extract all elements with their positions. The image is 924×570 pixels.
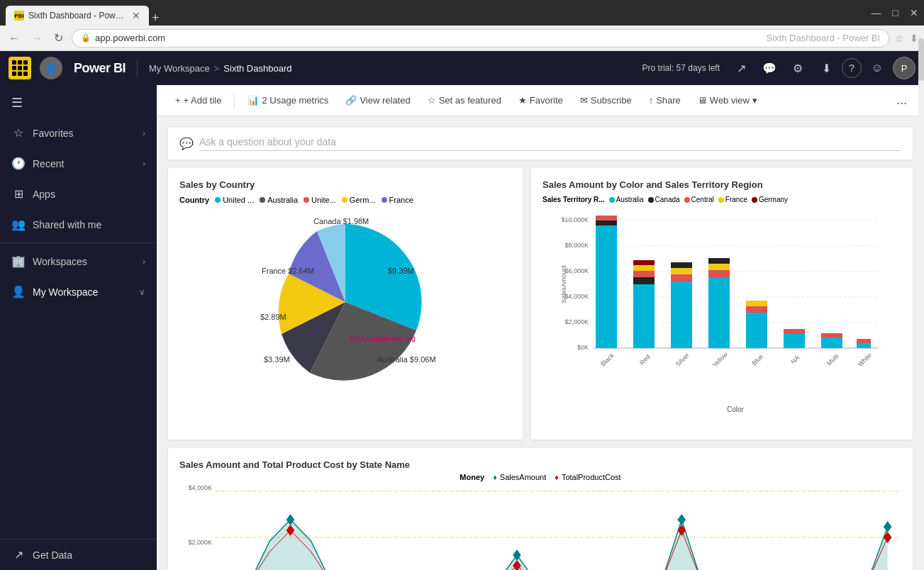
view-related-button[interactable]: 🔗 View related xyxy=(338,91,417,110)
pie-legend-item-france: France xyxy=(382,196,413,204)
download-icon[interactable]: ⬇ xyxy=(910,33,918,44)
add-tile-button[interactable]: + + Add tile xyxy=(168,91,228,110)
pie-legend-label-unite: Unite... xyxy=(311,196,336,204)
pie-legend-label-france: France xyxy=(389,196,413,204)
usage-metrics-button[interactable]: 📊 2 Usage metrics xyxy=(240,91,335,110)
address-bar-row: ← → ↻ 🔒 app.powerbi.com Sixth Dashboard … xyxy=(0,26,924,51)
tab-title: Sixth Dashboard - Power BI xyxy=(28,11,128,21)
qa-bar[interactable]: 💬 Ask a question about your data xyxy=(168,128,913,160)
bar-black-central xyxy=(596,216,617,220)
sidebar-item-workspaces[interactable]: 🏢 Workspaces › xyxy=(0,246,157,276)
subscribe-button[interactable]: ✉ Subscribe xyxy=(573,91,639,110)
sidebar-item-apps[interactable]: ⊞ Apps xyxy=(0,179,157,209)
scrollbar-track[interactable] xyxy=(918,85,924,570)
bar-yellow-australia xyxy=(708,277,730,348)
usage-metrics-label: 2 Usage metrics xyxy=(262,95,328,106)
sidebar-label-get-data: Get Data xyxy=(33,549,145,561)
bar-red-australia xyxy=(633,284,655,348)
browser-chrome: PBI Sixth Dashboard - Power BI ✕ + — □ ✕ xyxy=(0,0,924,26)
x-label-na: NA xyxy=(789,354,801,365)
header-user-avatar[interactable]: 👤 xyxy=(40,57,62,79)
header-icons: ↗ 💬 ⚙ ⬇ ? ☺ P xyxy=(728,55,915,81)
help-icon[interactable]: ? xyxy=(842,58,862,78)
share-icon: ↑ xyxy=(649,95,654,106)
expand-icon[interactable]: ↗ xyxy=(728,55,754,81)
tab-close-button[interactable]: ✕ xyxy=(132,10,140,21)
sidebar-hamburger-button[interactable]: ☰ xyxy=(0,88,157,118)
line-y-axis: $4,000K $2,000K xyxy=(179,484,215,570)
share-button[interactable]: ↑ Share xyxy=(642,91,688,110)
minimize-button[interactable]: — xyxy=(872,7,881,18)
bar-red-canada xyxy=(633,277,655,284)
bar-yellow-canada xyxy=(708,258,730,264)
sidebar-item-favorites[interactable]: ☆ Favorites › xyxy=(0,118,157,148)
bar-legend-dot-central xyxy=(684,197,690,203)
x-label-yellow: Yellow xyxy=(711,350,730,369)
pie-legend-country-label: Country xyxy=(179,196,209,204)
pie-legend-dot-france xyxy=(382,197,387,203)
url-domain: app.powerbi.com xyxy=(95,33,757,43)
sidebar-item-recent[interactable]: 🕐 Recent › xyxy=(0,148,157,179)
favorite-button[interactable]: ★ Favorite xyxy=(511,91,570,110)
active-tab[interactable]: PBI Sixth Dashboard - Power BI ✕ xyxy=(6,6,149,26)
y-tick-8000k: $8,000K xyxy=(564,242,589,249)
bar-white-australia xyxy=(857,343,871,348)
x-label-red: Red xyxy=(638,353,652,367)
line-legend-money-label: Money xyxy=(460,473,484,481)
maximize-button[interactable]: □ xyxy=(893,7,898,18)
line-legend-cost-icon: ♦ xyxy=(555,473,559,481)
forward-button[interactable]: → xyxy=(28,29,45,48)
reload-button[interactable]: ↻ xyxy=(51,28,66,48)
pie-watermark: @tutorialgateway.org xyxy=(349,335,416,342)
bar-chart-title: Sales Amount by Color and Sales Territor… xyxy=(542,179,901,190)
comment-icon[interactable]: 💬 xyxy=(757,55,782,81)
pie-label-us: $3.39M xyxy=(264,355,290,364)
new-tab-button[interactable]: + xyxy=(152,11,160,26)
bar-red-germany xyxy=(633,260,655,265)
pie-chart-card: Sales by Country Country United ... Aust… xyxy=(168,168,523,440)
web-view-label: Web view xyxy=(710,95,750,106)
bar-red-central xyxy=(633,271,655,277)
bar-legend-label-canada: Canada xyxy=(655,196,680,203)
bar-legend-dot-france xyxy=(718,197,724,203)
set-featured-button[interactable]: ☆ Set as featured xyxy=(421,91,508,110)
y-tick-0k: $0K xyxy=(577,344,589,351)
usage-metrics-icon: 📊 xyxy=(247,95,259,106)
close-button[interactable]: ✕ xyxy=(910,7,918,18)
line-legend-cost-label: TotalProductCost xyxy=(562,473,621,481)
line-chart-legend: Money ♦ SalesAmount ♦ TotalProductCost xyxy=(179,473,901,481)
apps-grid-icon[interactable] xyxy=(9,57,31,79)
bar-silver-australia xyxy=(671,281,692,348)
line-chart-svg-container: SalesAmount and T... xyxy=(215,484,901,570)
bookmark-icon[interactable]: ☆ xyxy=(895,33,904,44)
sales-amount-area xyxy=(249,520,887,570)
main-layout: ☰ ☆ Favorites › 🕐 Recent › ⊞ Apps 👥 Shar… xyxy=(0,85,924,570)
apps-icon: ⊞ xyxy=(11,187,26,201)
address-bar[interactable]: 🔒 app.powerbi.com Sixth Dashboard - Powe… xyxy=(72,29,889,48)
y-tick-4000k: $4,000K xyxy=(182,484,212,491)
bar-legend-label-central: Central xyxy=(691,196,714,203)
workspaces-arrow-icon: › xyxy=(143,257,145,267)
download-icon-header[interactable]: ⬇ xyxy=(813,55,839,81)
breadcrumb-workspace[interactable]: My Workspace xyxy=(149,63,210,74)
pie-legend-dot-unite xyxy=(304,197,309,203)
breadcrumb-separator: > xyxy=(214,63,220,74)
settings-icon[interactable]: ⚙ xyxy=(785,55,811,81)
sidebar: ☰ ☆ Favorites › 🕐 Recent › ⊞ Apps 👥 Shar… xyxy=(0,85,157,570)
sidebar-item-shared[interactable]: 👥 Shared with me xyxy=(0,209,157,240)
diamond-3 xyxy=(677,514,686,525)
bar-blue-central xyxy=(746,306,767,313)
toolbar: + + Add tile 📊 2 Usage metrics 🔗 View re… xyxy=(157,85,924,116)
bar-multi-australia xyxy=(821,337,842,348)
x-axis-label: Color xyxy=(727,406,745,413)
smiley-icon[interactable]: ☺ xyxy=(864,55,890,81)
toolbar-more-button[interactable]: ... xyxy=(891,90,913,111)
back-button[interactable]: ← xyxy=(6,29,23,48)
user-profile-avatar[interactable]: P xyxy=(893,57,915,79)
bar-black-australia xyxy=(596,225,617,348)
web-view-button[interactable]: 🖥 Web view ▾ xyxy=(691,91,764,110)
sidebar-item-get-data[interactable]: ↗ Get Data xyxy=(0,539,157,570)
favorites-icon: ☆ xyxy=(11,126,26,140)
pie-legend-dot-australia xyxy=(260,197,265,203)
sidebar-item-my-workspace[interactable]: 👤 My Workspace ∨ xyxy=(0,276,157,307)
